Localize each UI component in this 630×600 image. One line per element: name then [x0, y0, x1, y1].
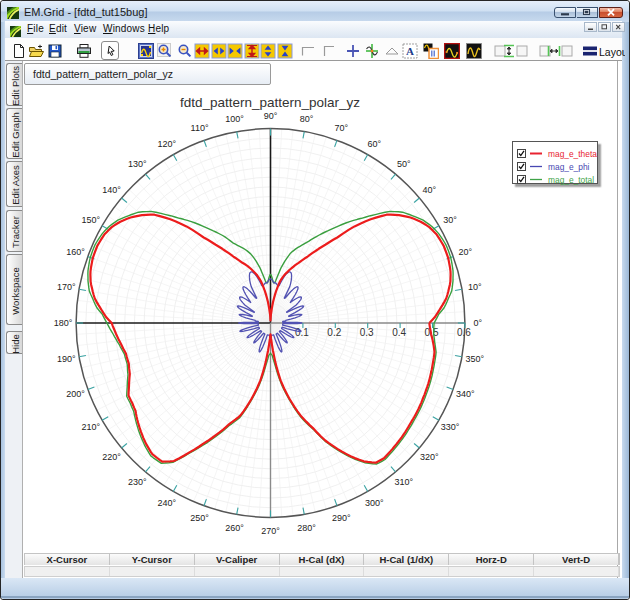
svg-text:0.4: 0.4 [392, 327, 406, 338]
svg-text:320°: 320° [420, 452, 439, 462]
svg-text:10°: 10° [468, 282, 482, 292]
svg-text:190°: 190° [57, 354, 76, 364]
svg-text:330°: 330° [441, 422, 460, 432]
svg-text:340°: 340° [456, 389, 475, 399]
svg-text:110°: 110° [191, 123, 209, 133]
svg-text:160°: 160° [66, 247, 85, 257]
svg-text:240°: 240° [157, 498, 176, 508]
svg-text:350°: 350° [465, 354, 484, 364]
svg-text:80°: 80° [300, 114, 314, 124]
svg-text:90°: 90° [264, 111, 278, 121]
svg-text:200°: 200° [66, 389, 85, 399]
svg-text:mag_e_phi: mag_e_phi [548, 162, 590, 172]
svg-text:260°: 260° [225, 523, 244, 533]
svg-text:70°: 70° [335, 123, 349, 133]
svg-text:0.2: 0.2 [327, 327, 341, 338]
svg-text:mag_e_theta: mag_e_theta [548, 149, 597, 159]
svg-text:50°: 50° [397, 159, 411, 169]
svg-text:A: A [406, 45, 414, 57]
svg-text:0.3: 0.3 [360, 327, 374, 338]
svg-text:0.6: 0.6 [457, 327, 471, 338]
svg-text:230°: 230° [128, 477, 147, 487]
svg-text:fdtd_pattern_pattern_polar_yz: fdtd_pattern_pattern_polar_yz [180, 95, 360, 110]
svg-text:0°: 0° [474, 318, 483, 328]
svg-text:290°: 290° [332, 513, 351, 523]
svg-text:300°: 300° [365, 498, 384, 508]
svg-text:210°: 210° [82, 422, 101, 432]
svg-text:220°: 220° [102, 452, 121, 462]
svg-text:mag_e_total: mag_e_total [548, 175, 594, 185]
svg-text:120°: 120° [157, 139, 176, 149]
svg-text:100°: 100° [225, 114, 244, 124]
svg-text:20°: 20° [459, 247, 473, 257]
svg-text:140°: 140° [102, 185, 121, 195]
svg-text:130°: 130° [128, 159, 147, 169]
svg-text:170°: 170° [57, 282, 76, 292]
svg-text:40°: 40° [423, 185, 437, 195]
svg-text:150°: 150° [82, 215, 101, 225]
svg-text:280°: 280° [297, 523, 316, 533]
svg-text:180°: 180° [54, 318, 73, 328]
svg-text:310°: 310° [394, 477, 413, 487]
svg-text:30°: 30° [443, 215, 457, 225]
svg-text:250°: 250° [190, 513, 209, 523]
svg-text:270°: 270° [261, 526, 280, 536]
svg-text:60°: 60° [367, 139, 381, 149]
